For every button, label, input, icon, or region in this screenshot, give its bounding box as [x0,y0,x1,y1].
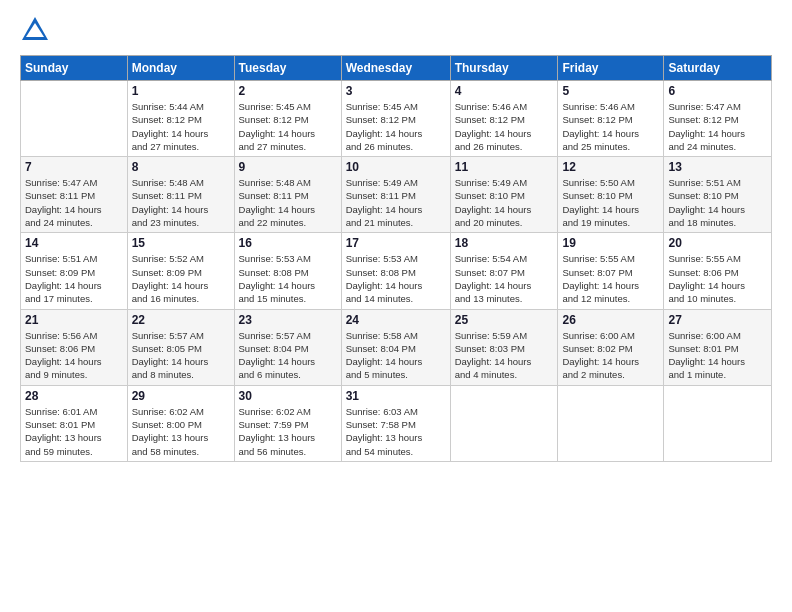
day-cell: 11Sunrise: 5:49 AM Sunset: 8:10 PM Dayli… [450,157,558,233]
day-info: Sunrise: 5:48 AM Sunset: 8:11 PM Dayligh… [132,176,230,229]
day-info: Sunrise: 5:44 AM Sunset: 8:12 PM Dayligh… [132,100,230,153]
day-info: Sunrise: 5:50 AM Sunset: 8:10 PM Dayligh… [562,176,659,229]
day-info: Sunrise: 6:02 AM Sunset: 8:00 PM Dayligh… [132,405,230,458]
day-info: Sunrise: 5:46 AM Sunset: 8:12 PM Dayligh… [455,100,554,153]
day-info: Sunrise: 5:52 AM Sunset: 8:09 PM Dayligh… [132,252,230,305]
col-header-tuesday: Tuesday [234,56,341,81]
day-info: Sunrise: 6:02 AM Sunset: 7:59 PM Dayligh… [239,405,337,458]
day-cell: 9Sunrise: 5:48 AM Sunset: 8:11 PM Daylig… [234,157,341,233]
day-number: 26 [562,313,659,327]
day-info: Sunrise: 5:53 AM Sunset: 8:08 PM Dayligh… [346,252,446,305]
day-number: 30 [239,389,337,403]
day-info: Sunrise: 5:51 AM Sunset: 8:10 PM Dayligh… [668,176,767,229]
page: SundayMondayTuesdayWednesdayThursdayFrid… [0,0,792,612]
day-cell: 25Sunrise: 5:59 AM Sunset: 8:03 PM Dayli… [450,309,558,385]
day-number: 20 [668,236,767,250]
day-cell: 30Sunrise: 6:02 AM Sunset: 7:59 PM Dayli… [234,385,341,461]
day-info: Sunrise: 5:59 AM Sunset: 8:03 PM Dayligh… [455,329,554,382]
day-cell: 21Sunrise: 5:56 AM Sunset: 8:06 PM Dayli… [21,309,128,385]
day-cell: 3Sunrise: 5:45 AM Sunset: 8:12 PM Daylig… [341,81,450,157]
col-header-saturday: Saturday [664,56,772,81]
day-cell: 23Sunrise: 5:57 AM Sunset: 8:04 PM Dayli… [234,309,341,385]
day-cell: 18Sunrise: 5:54 AM Sunset: 8:07 PM Dayli… [450,233,558,309]
day-cell: 4Sunrise: 5:46 AM Sunset: 8:12 PM Daylig… [450,81,558,157]
day-number: 14 [25,236,123,250]
logo [20,15,55,45]
day-info: Sunrise: 5:46 AM Sunset: 8:12 PM Dayligh… [562,100,659,153]
day-info: Sunrise: 5:54 AM Sunset: 8:07 PM Dayligh… [455,252,554,305]
day-number: 19 [562,236,659,250]
day-info: Sunrise: 5:45 AM Sunset: 8:12 PM Dayligh… [346,100,446,153]
day-cell: 28Sunrise: 6:01 AM Sunset: 8:01 PM Dayli… [21,385,128,461]
day-info: Sunrise: 6:00 AM Sunset: 8:02 PM Dayligh… [562,329,659,382]
day-number: 13 [668,160,767,174]
day-number: 4 [455,84,554,98]
col-header-wednesday: Wednesday [341,56,450,81]
day-number: 18 [455,236,554,250]
day-info: Sunrise: 6:00 AM Sunset: 8:01 PM Dayligh… [668,329,767,382]
day-number: 22 [132,313,230,327]
col-header-thursday: Thursday [450,56,558,81]
day-info: Sunrise: 5:55 AM Sunset: 8:06 PM Dayligh… [668,252,767,305]
day-number: 21 [25,313,123,327]
day-info: Sunrise: 5:55 AM Sunset: 8:07 PM Dayligh… [562,252,659,305]
day-cell: 7Sunrise: 5:47 AM Sunset: 8:11 PM Daylig… [21,157,128,233]
day-number: 15 [132,236,230,250]
day-cell: 16Sunrise: 5:53 AM Sunset: 8:08 PM Dayli… [234,233,341,309]
day-cell: 6Sunrise: 5:47 AM Sunset: 8:12 PM Daylig… [664,81,772,157]
day-number: 25 [455,313,554,327]
day-info: Sunrise: 5:58 AM Sunset: 8:04 PM Dayligh… [346,329,446,382]
day-cell: 14Sunrise: 5:51 AM Sunset: 8:09 PM Dayli… [21,233,128,309]
day-cell: 1Sunrise: 5:44 AM Sunset: 8:12 PM Daylig… [127,81,234,157]
day-cell: 27Sunrise: 6:00 AM Sunset: 8:01 PM Dayli… [664,309,772,385]
day-number: 28 [25,389,123,403]
day-cell: 19Sunrise: 5:55 AM Sunset: 8:07 PM Dayli… [558,233,664,309]
day-cell: 24Sunrise: 5:58 AM Sunset: 8:04 PM Dayli… [341,309,450,385]
day-number: 2 [239,84,337,98]
day-number: 3 [346,84,446,98]
day-number: 6 [668,84,767,98]
day-info: Sunrise: 6:01 AM Sunset: 8:01 PM Dayligh… [25,405,123,458]
day-cell: 17Sunrise: 5:53 AM Sunset: 8:08 PM Dayli… [341,233,450,309]
day-info: Sunrise: 5:56 AM Sunset: 8:06 PM Dayligh… [25,329,123,382]
day-number: 29 [132,389,230,403]
day-number: 12 [562,160,659,174]
calendar: SundayMondayTuesdayWednesdayThursdayFrid… [20,55,772,462]
day-number: 24 [346,313,446,327]
week-row-2: 14Sunrise: 5:51 AM Sunset: 8:09 PM Dayli… [21,233,772,309]
col-header-monday: Monday [127,56,234,81]
day-cell [450,385,558,461]
day-number: 9 [239,160,337,174]
day-info: Sunrise: 5:53 AM Sunset: 8:08 PM Dayligh… [239,252,337,305]
day-cell [664,385,772,461]
day-number: 27 [668,313,767,327]
day-number: 10 [346,160,446,174]
day-info: Sunrise: 5:47 AM Sunset: 8:12 PM Dayligh… [668,100,767,153]
day-cell: 29Sunrise: 6:02 AM Sunset: 8:00 PM Dayli… [127,385,234,461]
day-cell [558,385,664,461]
day-cell: 15Sunrise: 5:52 AM Sunset: 8:09 PM Dayli… [127,233,234,309]
day-cell: 26Sunrise: 6:00 AM Sunset: 8:02 PM Dayli… [558,309,664,385]
week-row-4: 28Sunrise: 6:01 AM Sunset: 8:01 PM Dayli… [21,385,772,461]
day-number: 1 [132,84,230,98]
day-info: Sunrise: 6:03 AM Sunset: 7:58 PM Dayligh… [346,405,446,458]
week-row-1: 7Sunrise: 5:47 AM Sunset: 8:11 PM Daylig… [21,157,772,233]
day-cell [21,81,128,157]
day-cell: 13Sunrise: 5:51 AM Sunset: 8:10 PM Dayli… [664,157,772,233]
day-number: 23 [239,313,337,327]
day-number: 16 [239,236,337,250]
day-cell: 31Sunrise: 6:03 AM Sunset: 7:58 PM Dayli… [341,385,450,461]
day-info: Sunrise: 5:57 AM Sunset: 8:04 PM Dayligh… [239,329,337,382]
day-info: Sunrise: 5:51 AM Sunset: 8:09 PM Dayligh… [25,252,123,305]
day-info: Sunrise: 5:49 AM Sunset: 8:11 PM Dayligh… [346,176,446,229]
day-number: 8 [132,160,230,174]
day-number: 31 [346,389,446,403]
col-header-friday: Friday [558,56,664,81]
day-number: 17 [346,236,446,250]
day-cell: 22Sunrise: 5:57 AM Sunset: 8:05 PM Dayli… [127,309,234,385]
day-info: Sunrise: 5:47 AM Sunset: 8:11 PM Dayligh… [25,176,123,229]
col-header-sunday: Sunday [21,56,128,81]
week-row-3: 21Sunrise: 5:56 AM Sunset: 8:06 PM Dayli… [21,309,772,385]
day-cell: 20Sunrise: 5:55 AM Sunset: 8:06 PM Dayli… [664,233,772,309]
day-cell: 5Sunrise: 5:46 AM Sunset: 8:12 PM Daylig… [558,81,664,157]
